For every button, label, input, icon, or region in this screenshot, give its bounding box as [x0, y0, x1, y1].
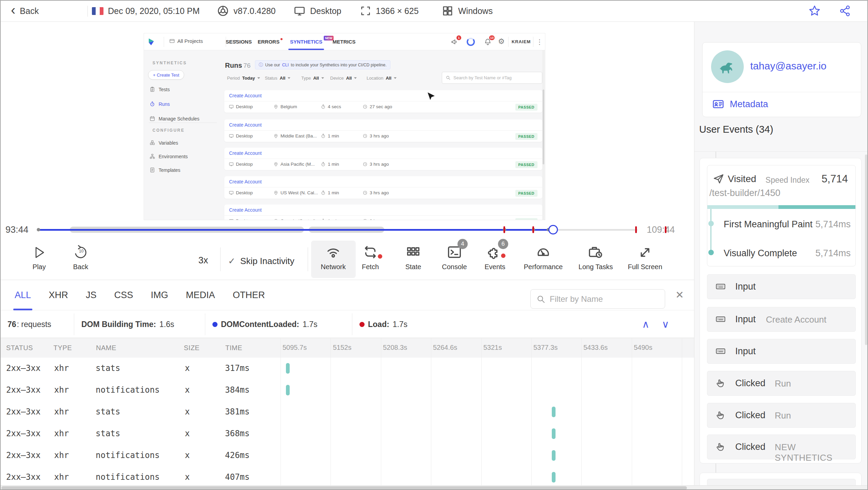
scrollbar-thumb[interactable]: [1, 486, 687, 490]
test-search-box[interactable]: [442, 72, 542, 84]
panel-button-console[interactable]: 4 Console: [435, 242, 473, 276]
announcements-button[interactable]: 1: [450, 38, 459, 46]
test-search-input[interactable]: [453, 75, 539, 80]
jump-previous-button[interactable]: ∧: [642, 318, 649, 330]
sidebar-item-templates[interactable]: Templates: [149, 167, 180, 173]
notifications-button[interactable]: 13: [484, 38, 492, 46]
run-card[interactable]: Create Account Desktop Middle East (Ba..…: [224, 119, 542, 142]
table-row[interactable]: 2xx–3xx xhr stats x 368ms: [1, 423, 694, 445]
visited-event-card[interactable]: Visited Speed Index 5,714 /test-builder/…: [707, 165, 856, 266]
tab-sessions[interactable]: SESSIONS: [226, 33, 252, 50]
run-title-link[interactable]: Create Account: [229, 93, 262, 98]
run-title-link[interactable]: Create Account: [229, 150, 262, 156]
kebab-menu[interactable]: ⋮: [536, 38, 543, 46]
event-item-input[interactable]: Input Create Account: [707, 307, 856, 332]
timeline-playhead[interactable]: [548, 225, 558, 234]
share-button[interactable]: [839, 1, 852, 21]
panel-button-fetch[interactable]: Fetch: [351, 242, 389, 276]
table-row[interactable]: 2xx–3xx xhr notifications x 426ms: [1, 445, 694, 467]
create-test-button[interactable]: + Create Test: [148, 70, 184, 80]
event-item-clicked[interactable]: Clicked NEW SYNTHETICS: [707, 435, 856, 459]
tab-metrics[interactable]: METRICS: [333, 33, 356, 50]
skip-inactivity-toggle[interactable]: ✓ Skip Inactivity: [228, 256, 294, 266]
filter-by-name-input[interactable]: [550, 294, 659, 304]
clock-icon: [363, 162, 368, 167]
panel-button-performance[interactable]: Performance: [524, 242, 562, 276]
horizontal-scrollbar[interactable]: [1, 485, 867, 490]
filter-period[interactable]: Period Today: [227, 76, 260, 81]
event-label: Input: [735, 314, 756, 325]
run-card[interactable]: Create Account Desktop Canada (Central) …: [224, 205, 542, 220]
panel-button-state[interactable]: State: [394, 242, 432, 276]
event-item-input[interactable]: Input: [707, 274, 856, 299]
card-divider: [224, 187, 542, 187]
location-pin-icon: [273, 162, 278, 167]
hand-pointer-icon: [715, 378, 725, 389]
sidebar-item-manage-schedules[interactable]: Manage Schedules: [149, 116, 199, 121]
network-tab-js[interactable]: JS: [86, 280, 97, 310]
chevron-down-icon: [354, 77, 357, 79]
user-email-link[interactable]: tahay@asayer.io: [750, 60, 826, 72]
run-card[interactable]: Create Account Desktop Belgium 4 secs 27…: [224, 90, 542, 113]
session-date-label: Dec 09, 2020, 05:10 PM: [108, 6, 200, 16]
filter-status[interactable]: Status All: [265, 76, 290, 81]
scrollbar-thumb[interactable]: [543, 89, 544, 164]
run-card[interactable]: Create Account Desktop Asia Pacific (M..…: [224, 148, 542, 170]
close-panel-button[interactable]: ✕: [675, 289, 684, 301]
jump-next-button[interactable]: ∨: [662, 318, 669, 330]
new-badge: NEW: [324, 36, 334, 40]
cell-status: 2xx–3xx: [6, 472, 41, 482]
panel-button-events[interactable]: 6 Events: [476, 242, 514, 276]
back-seconds-label: 10: [79, 249, 83, 254]
event-item-clicked[interactable]: Clicked Run: [707, 403, 856, 428]
panel-button-long-tasks[interactable]: Long Tasks: [577, 242, 615, 276]
run-title-link[interactable]: Create Account: [229, 207, 262, 213]
full-screen-button[interactable]: Full Screen: [626, 242, 664, 276]
playback-speed-button[interactable]: 3x: [191, 255, 215, 266]
run-card[interactable]: Create Account Desktop US West (N. Cal..…: [224, 176, 542, 199]
table-row[interactable]: 2xx–3xx xhr stats x 317ms: [1, 358, 694, 379]
timeline-track[interactable]: [38, 224, 638, 235]
table-row[interactable]: 2xx–3xx xhr notifications x 384ms: [1, 379, 694, 401]
run-title-link[interactable]: Create Account: [229, 179, 262, 184]
os-label: Windows: [458, 6, 493, 16]
cell-size: x: [185, 407, 190, 416]
timeline-end-time: 109:44: [647, 225, 675, 235]
sidebar-item-tests[interactable]: Tests: [149, 86, 170, 92]
monitor-icon: [229, 133, 234, 138]
cli-link[interactable]: CLI: [282, 63, 289, 67]
table-row[interactable]: 2xx–3xx xhr notifications x 407ms: [1, 467, 694, 485]
back-10s-button[interactable]: 10 Back: [62, 242, 100, 276]
favorite-button[interactable]: [808, 1, 821, 21]
stopwatch-icon: [321, 162, 326, 167]
user-menu[interactable]: KRAIEM: [512, 39, 531, 44]
network-tab-xhr[interactable]: XHR: [49, 280, 68, 310]
network-tab-all[interactable]: ALL: [15, 280, 31, 310]
play-button[interactable]: Play: [20, 242, 58, 276]
run-device: Desktop: [236, 190, 253, 195]
app-scrollbar[interactable]: [542, 50, 545, 220]
back-button[interactable]: ‹ Back: [11, 1, 39, 21]
filter-device[interactable]: Device All: [330, 76, 357, 81]
event-item-clicked[interactable]: Clicked Run: [707, 371, 856, 396]
tab-synthetics[interactable]: SYNTHETICS NEW: [290, 33, 322, 50]
sidebar-item-environments[interactable]: Environments: [149, 153, 188, 159]
browser-info: v87.0.4280: [217, 1, 276, 21]
filter-location[interactable]: Location All: [367, 76, 397, 81]
network-tab-css[interactable]: CSS: [114, 280, 133, 310]
sidebar-item-runs[interactable]: Runs: [149, 101, 170, 107]
network-tab-other[interactable]: OTHER: [233, 280, 265, 310]
panel-button-network[interactable]: Network: [314, 242, 352, 276]
network-tab-media[interactable]: MEDIA: [186, 280, 215, 310]
metadata-button[interactable]: Metadata: [712, 98, 768, 110]
run-title-link[interactable]: Create Account: [229, 122, 262, 128]
table-row[interactable]: 2xx–3xx xhr stats x 381ms: [1, 401, 694, 423]
event-item-input[interactable]: Input: [707, 339, 856, 364]
sidebar-scrollbar[interactable]: [865, 154, 867, 345]
settings-button[interactable]: ⚙: [498, 38, 505, 45]
filter-type[interactable]: Type All: [301, 76, 324, 81]
tab-errors[interactable]: ERRORS: [258, 33, 279, 50]
filter-by-name-box[interactable]: [530, 289, 665, 309]
network-tab-img[interactable]: IMG: [151, 280, 168, 310]
sidebar-item-variables[interactable]: Variables: [149, 140, 178, 146]
